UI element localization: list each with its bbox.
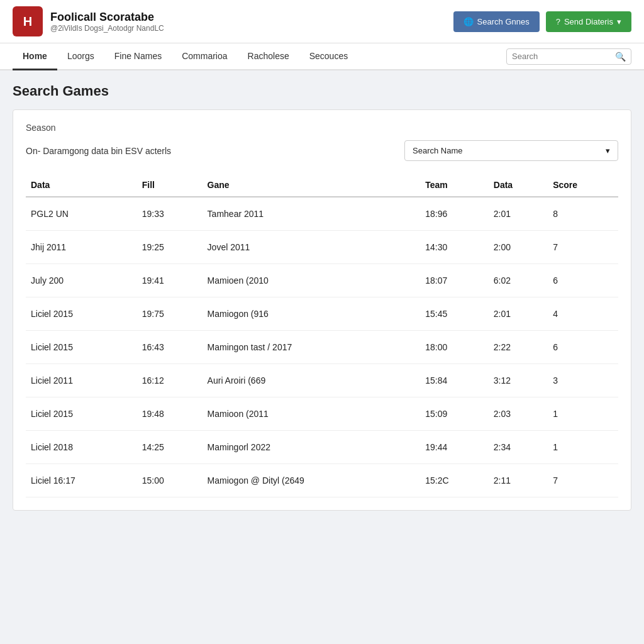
table-row: PGL2 UN19:33Tamhear 201118:962:018 bbox=[26, 197, 618, 231]
cell-team: 15:09 bbox=[420, 397, 489, 431]
header: H Foolicall Scoratabe @2iVildIs Dogsi_Ao… bbox=[0, 0, 644, 43]
logo-text: H bbox=[23, 14, 32, 29]
chevron-down-icon: ▾ bbox=[617, 17, 621, 26]
cell-score: 4 bbox=[548, 297, 618, 331]
cell-team: 14:30 bbox=[420, 231, 489, 264]
cell-fill: 16:12 bbox=[137, 364, 203, 397]
nav-item-fine-names[interactable]: Fine Names bbox=[104, 43, 172, 70]
games-table: Data Fill Gane Team Data Score PGL2 UN19… bbox=[26, 174, 618, 497]
table-header-row: Data Fill Gane Team Data Score bbox=[26, 174, 618, 197]
cell-data: Liciel 2011 bbox=[26, 364, 137, 397]
nav-search-input[interactable] bbox=[512, 52, 613, 61]
table-head: Data Fill Gane Team Data Score bbox=[26, 174, 618, 197]
nav-item-racholese[interactable]: Racholese bbox=[238, 43, 299, 70]
page-title: Search Games bbox=[13, 83, 631, 99]
cell-game: Mamiogon (916 bbox=[203, 297, 421, 331]
table-row: Jhij 201119:25Jovel 201114:302:007 bbox=[26, 231, 618, 264]
cell-team: 15:2C bbox=[420, 464, 489, 497]
cell-score: 8 bbox=[548, 197, 618, 231]
filter-row: On- Daramgong data bin ESV acterls Searc… bbox=[26, 140, 618, 161]
cell-score: 6 bbox=[548, 331, 618, 364]
cell-data2: 2:11 bbox=[489, 464, 548, 497]
app-logo: H bbox=[13, 6, 43, 36]
cell-data: July 200 bbox=[26, 264, 137, 297]
cell-data: PGL2 UN bbox=[26, 197, 137, 231]
app-subtitle: @2iVildIs Dogsi_Aotodgr NandLC bbox=[50, 24, 446, 33]
cell-game: Mamiogon @ Dityl (2649 bbox=[203, 464, 421, 497]
cell-data2: 2:34 bbox=[489, 431, 548, 464]
cell-data: Jhij 2011 bbox=[26, 231, 137, 264]
nav-item-home[interactable]: Home bbox=[13, 43, 57, 70]
cell-fill: 19:48 bbox=[137, 397, 203, 431]
nav-item-secouces[interactable]: Secouces bbox=[299, 43, 358, 70]
col-header-game: Gane bbox=[203, 174, 421, 197]
nav-item-loorgs[interactable]: Loorgs bbox=[57, 43, 104, 70]
cell-team: 18:00 bbox=[420, 331, 489, 364]
nav-search-box[interactable]: 🔍 bbox=[506, 48, 631, 65]
cell-fill: 16:43 bbox=[137, 331, 203, 364]
cell-data2: 3:12 bbox=[489, 364, 548, 397]
cell-fill: 14:25 bbox=[137, 431, 203, 464]
search-icon: 🔍 bbox=[615, 52, 626, 62]
cell-data: Liciel 2015 bbox=[26, 331, 137, 364]
cell-data2: 6:02 bbox=[489, 264, 548, 297]
table-row: July 20019:41Mamioen (201018:076:026 bbox=[26, 264, 618, 297]
chevron-down-icon: ▾ bbox=[606, 146, 610, 155]
cell-game: Auri Aroiri (669 bbox=[203, 364, 421, 397]
header-title-block: Foolicall Scoratabe @2iVildIs Dogsi_Aoto… bbox=[50, 11, 446, 33]
cell-team: 19:44 bbox=[420, 431, 489, 464]
nav-item-commarioa[interactable]: Commarioa bbox=[172, 43, 237, 70]
header-buttons: 🌐 Search Gnnes ? Send Diateris ▾ bbox=[453, 11, 631, 32]
cell-score: 6 bbox=[548, 264, 618, 297]
app-title: Foolicall Scoratabe bbox=[50, 11, 446, 24]
cell-team: 15:84 bbox=[420, 364, 489, 397]
cell-score: 3 bbox=[548, 364, 618, 397]
cell-data2: 2:22 bbox=[489, 331, 548, 364]
cell-game: Mamingon tast / 2017 bbox=[203, 331, 421, 364]
nav: Home Loorgs Fine Names Commarioa Rachole… bbox=[0, 43, 644, 70]
search-games-card: Season On- Daramgong data bin ESV acterl… bbox=[13, 109, 631, 511]
cell-score: 1 bbox=[548, 397, 618, 431]
cell-data: Liciel 2018 bbox=[26, 431, 137, 464]
question-icon: ? bbox=[556, 17, 560, 26]
table-body: PGL2 UN19:33Tamhear 201118:962:018Jhij 2… bbox=[26, 197, 618, 497]
cell-game: Mamioen (2010 bbox=[203, 264, 421, 297]
cell-fill: 19:75 bbox=[137, 297, 203, 331]
cell-data2: 2:00 bbox=[489, 231, 548, 264]
table-row: Liciel 201814:25Mamingorl 202219:442:341 bbox=[26, 431, 618, 464]
table-row: Liciel 201519:48Mamioon (201115:092:031 bbox=[26, 397, 618, 431]
col-header-data2: Data bbox=[489, 174, 548, 197]
search-name-dropdown[interactable]: Search Name ▾ bbox=[404, 140, 618, 161]
cell-score: 1 bbox=[548, 431, 618, 464]
col-header-data: Data bbox=[26, 174, 137, 197]
cell-fill: 15:00 bbox=[137, 464, 203, 497]
cell-game: Jovel 2011 bbox=[203, 231, 421, 264]
cell-fill: 19:25 bbox=[137, 231, 203, 264]
cell-data2: 2:01 bbox=[489, 297, 548, 331]
search-games-button[interactable]: 🌐 Search Gnnes bbox=[453, 11, 540, 32]
cell-game: Mamioon (2011 bbox=[203, 397, 421, 431]
send-diateris-button[interactable]: ? Send Diateris ▾ bbox=[546, 11, 631, 32]
cell-data2: 2:01 bbox=[489, 197, 548, 231]
season-label: Season bbox=[26, 123, 618, 133]
cell-data: Liciel 2015 bbox=[26, 397, 137, 431]
cell-fill: 19:33 bbox=[137, 197, 203, 231]
globe-icon: 🌐 bbox=[464, 17, 474, 26]
table-row: Liciel 16:1715:00Mamiogon @ Dityl (26491… bbox=[26, 464, 618, 497]
table-row: Liciel 201516:43Mamingon tast / 201718:0… bbox=[26, 331, 618, 364]
cell-fill: 19:41 bbox=[137, 264, 203, 297]
cell-score: 7 bbox=[548, 231, 618, 264]
cell-team: 15:45 bbox=[420, 297, 489, 331]
cell-team: 18:96 bbox=[420, 197, 489, 231]
search-name-label: Search Name bbox=[413, 146, 462, 155]
cell-data2: 2:03 bbox=[489, 397, 548, 431]
nav-items: Home Loorgs Fine Names Commarioa Rachole… bbox=[13, 43, 506, 69]
col-header-fill: Fill bbox=[137, 174, 203, 197]
cell-data: Liciel 16:17 bbox=[26, 464, 137, 497]
filter-desc: On- Daramgong data bin ESV acterls bbox=[26, 146, 171, 156]
cell-game: Tamhear 2011 bbox=[203, 197, 421, 231]
send-diateris-label: Send Diateris bbox=[564, 17, 613, 26]
cell-team: 18:07 bbox=[420, 264, 489, 297]
table-row: Liciel 201519:75Mamiogon (91615:452:014 bbox=[26, 297, 618, 331]
search-games-label: Search Gnnes bbox=[477, 17, 530, 26]
